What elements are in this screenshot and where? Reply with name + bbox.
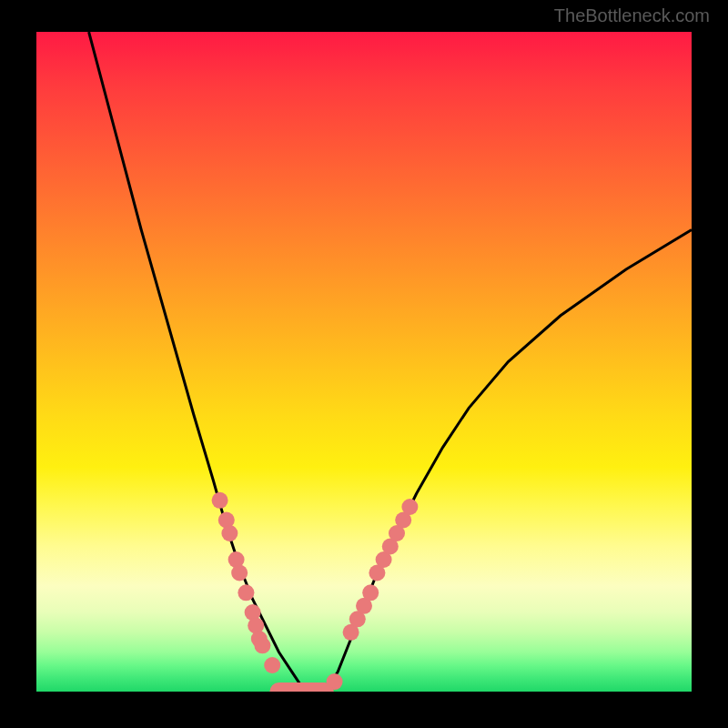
marker-dot bbox=[212, 492, 228, 509]
watermark-text: TheBottleneck.com bbox=[554, 5, 710, 26]
curve-right bbox=[325, 230, 692, 693]
chart-plot-area bbox=[36, 32, 692, 692]
marker-dot bbox=[238, 584, 254, 601]
marker-dot bbox=[231, 565, 248, 581]
marker-dot bbox=[401, 499, 418, 515]
bottom-pill bbox=[269, 682, 333, 692]
data-markers bbox=[212, 492, 419, 690]
bottom-pill-shape bbox=[269, 682, 333, 692]
marker-dot bbox=[362, 584, 379, 601]
curve-left bbox=[89, 32, 306, 692]
marker-dot bbox=[264, 657, 280, 673]
marker-dot bbox=[254, 637, 270, 653]
marker-dot bbox=[221, 525, 238, 541]
chart-svg bbox=[36, 32, 692, 692]
